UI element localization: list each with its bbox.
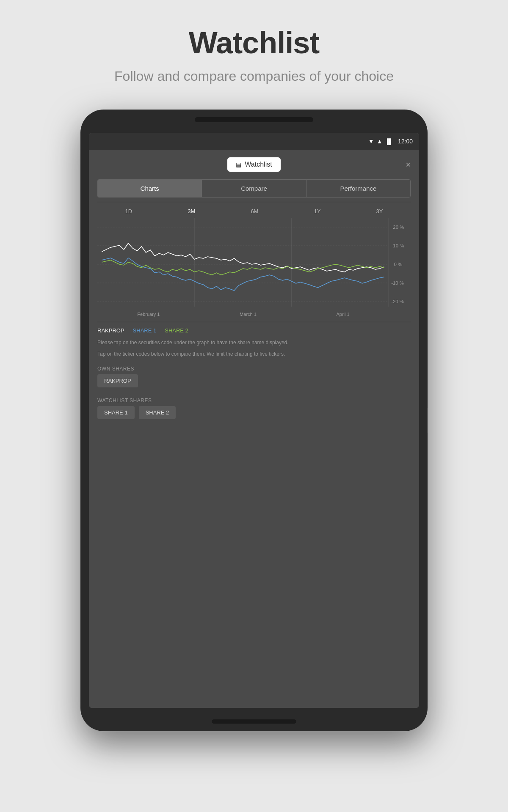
svg-text:10 %: 10 % xyxy=(393,243,404,248)
tab-performance[interactable]: Performance xyxy=(306,180,410,197)
watchlist-share-2[interactable]: SHARE 2 xyxy=(139,406,176,419)
status-bar: ▼ ▲ ▐▌ 12:00 xyxy=(89,133,419,150)
svg-text:-10 %: -10 % xyxy=(391,280,404,285)
app-topbar: ▤ Watchlist × xyxy=(89,150,419,179)
own-shares-label: OWN SHARES xyxy=(89,360,419,374)
chart-legend: RAKPROP SHARE 1 SHARE 2 xyxy=(89,322,419,337)
tab-charts[interactable]: Charts xyxy=(98,180,202,197)
period-3y[interactable]: 3Y xyxy=(374,207,386,215)
status-bar-icons: ▼ ▲ ▐▌ 12:00 xyxy=(368,138,413,145)
legend-share2[interactable]: SHARE 2 xyxy=(165,327,188,334)
svg-text:0 %: 0 % xyxy=(394,262,402,267)
x-label-feb: February 1 xyxy=(137,312,160,317)
wifi-icon: ▲ xyxy=(377,138,383,145)
own-shares-buttons: RAKPROP xyxy=(89,374,419,392)
signal-icon: ▼ xyxy=(368,138,374,145)
page-header: Watchlist Follow and compare companies o… xyxy=(0,0,508,101)
period-1d[interactable]: 1D xyxy=(123,207,135,215)
own-share-rakprop[interactable]: RAKPROP xyxy=(97,374,138,387)
battery-icon: ▐▌ xyxy=(385,138,393,145)
period-1y[interactable]: 1Y xyxy=(312,207,323,215)
legend-share1[interactable]: SHARE 1 xyxy=(133,327,157,334)
device-frame: ▼ ▲ ▐▌ 12:00 ▤ Watchlist × xyxy=(80,110,428,731)
app-content: ▤ Watchlist × Charts Compare Performance xyxy=(89,150,419,708)
watchlist-share-1[interactable]: SHARE 1 xyxy=(97,406,135,419)
watchlist-shares-buttons: SHARE 1 SHARE 2 xyxy=(89,406,419,423)
x-label-mar: March 1 xyxy=(240,312,257,317)
x-axis-labels: February 1 March 1 April 1 xyxy=(89,311,398,318)
speaker-bottom xyxy=(212,719,296,724)
period-3m[interactable]: 3M xyxy=(185,207,198,215)
svg-text:20 %: 20 % xyxy=(393,225,404,230)
chart-svg: 20 % 10 % 0 % -10 % -20 % xyxy=(97,218,411,311)
info-text-2: Tap on the ticker codes below to compare… xyxy=(89,348,419,360)
screen: ▼ ▲ ▐▌ 12:00 ▤ Watchlist × xyxy=(89,133,419,708)
time-periods: 1D 3M 6M 1Y 3Y xyxy=(89,202,419,218)
device-wrapper: ▼ ▲ ▐▌ 12:00 ▤ Watchlist × xyxy=(0,110,508,731)
speaker-top xyxy=(195,117,313,122)
watchlist-icon: ▤ xyxy=(236,161,241,168)
info-text-1: Please tap on the securities code under … xyxy=(89,337,419,348)
watchlist-title-button[interactable]: ▤ Watchlist xyxy=(227,157,280,172)
legend-rakprop[interactable]: RAKPROP xyxy=(97,327,124,334)
svg-text:-20 %: -20 % xyxy=(391,299,404,304)
side-button xyxy=(427,408,428,433)
tabs-container: Charts Compare Performance xyxy=(97,179,411,198)
period-6m[interactable]: 6M xyxy=(248,207,261,215)
status-time: 12:00 xyxy=(398,138,413,145)
tab-compare[interactable]: Compare xyxy=(202,180,306,197)
watchlist-label: Watchlist xyxy=(245,161,272,168)
chart-area: 20 % 10 % 0 % -10 % -20 % xyxy=(97,218,411,311)
x-label-apr: April 1 xyxy=(336,312,349,317)
close-button[interactable]: × xyxy=(406,160,411,170)
page-title: Watchlist xyxy=(0,25,508,60)
watchlist-shares-label: WATCHLIST SHARES xyxy=(89,392,419,406)
page-subtitle: Follow and compare companies of your cho… xyxy=(0,69,508,84)
